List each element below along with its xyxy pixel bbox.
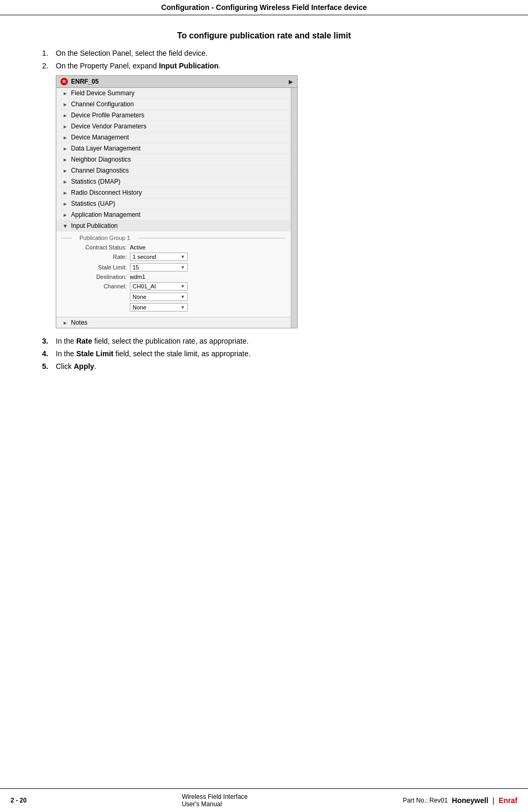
device-icon: R xyxy=(60,78,68,85)
pub-group-line-right xyxy=(138,238,286,238)
footer-brand-info: Part No.: Rev01 Honeywell | Enraf xyxy=(403,796,517,805)
tree-item-label: Neighbor Diagnostics xyxy=(71,156,131,163)
panel-content: ► Field Device Summary ► Channel Configu… xyxy=(56,88,291,328)
tree-item-channel-config[interactable]: ► Channel Configuration xyxy=(56,99,291,110)
tree-arrow-icon: ► xyxy=(63,146,68,152)
property-panel: R ENRF_05 ▶ ► Field Device Summary ► Cha… xyxy=(56,75,298,328)
destination-label: Destination: xyxy=(62,274,130,280)
destination-value: wdm1 xyxy=(130,274,145,280)
enraf-brand: Enraf xyxy=(499,796,517,805)
footer-brand-separator: | xyxy=(493,796,495,805)
step-2-num: 2. xyxy=(42,62,53,70)
tree-arrow-icon: ► xyxy=(63,135,68,141)
step-4-num: 4. xyxy=(42,349,53,358)
tree-item-radio-disconnect[interactable]: ► Radio Disconnect History xyxy=(56,187,291,198)
stale-limit-value: 15 xyxy=(133,264,139,270)
tree-arrow-icon: ► xyxy=(63,168,68,174)
tree-arrow-icon: ► xyxy=(63,113,68,118)
tree-item-label: Device Vendor Parameters xyxy=(71,123,146,130)
tree-arrow-down-icon: ▼ xyxy=(63,223,68,229)
tree-item-label: Statistics (DMAP) xyxy=(71,178,120,185)
channel2-arrow: ▼ xyxy=(180,294,185,299)
destination-row: Destination: wdm1 xyxy=(62,274,286,280)
panel-scrollbar[interactable] xyxy=(291,88,297,328)
tree-item-label: Channel Diagnostics xyxy=(71,167,129,174)
panel-expand-arrow[interactable]: ▶ xyxy=(289,78,293,85)
step-1-num: 1. xyxy=(42,49,53,57)
main-content: To configure publication rate and stale … xyxy=(0,15,528,417)
channel-value: CH01_AI xyxy=(133,283,156,289)
channel-arrow: ▼ xyxy=(180,284,185,289)
panel-header-left: R ENRF_05 xyxy=(60,78,99,85)
rate-row: Rate: 1 second ▼ xyxy=(62,253,286,261)
footer-doc-info: Wireless Field Interface User's Manual xyxy=(182,793,248,808)
channel3-value: None xyxy=(133,304,146,310)
tree-arrow-icon: ► xyxy=(63,157,68,163)
tree-item-device-management[interactable]: ► Device Management xyxy=(56,132,291,143)
notes-row[interactable]: ► Notes xyxy=(56,317,291,328)
panel-device-name: ENRF_05 xyxy=(71,78,99,85)
tree-item-device-vendor[interactable]: ► Device Vendor Parameters xyxy=(56,121,291,132)
contract-status-label: Contract Status: xyxy=(62,244,130,250)
tree-item-neighbor-diagnostics[interactable]: ► Neighbor Diagnostics xyxy=(56,154,291,165)
tree-item-label: Field Device Summary xyxy=(71,89,135,97)
channel-label: Channel: xyxy=(62,283,130,289)
step-5: 5. Click Apply. xyxy=(42,362,486,370)
header-title: Configuration - Configuring Wireless Fie… xyxy=(161,3,367,12)
step-2: 2. On the Property Panel, expand Input P… xyxy=(42,62,486,70)
contract-status-value: Active xyxy=(130,244,146,250)
tree-item-channel-diagnostics[interactable]: ► Channel Diagnostics xyxy=(56,165,291,176)
section-title: To configure publication rate and stale … xyxy=(42,31,486,41)
step-3-text: In the Rate field, select the publicatio… xyxy=(56,337,249,345)
rate-select[interactable]: 1 second ▼ xyxy=(130,253,188,261)
tree-arrow-icon: ► xyxy=(63,190,68,196)
pub-group-header: Publication Group 1 xyxy=(62,235,286,241)
stale-limit-label: Stale Limit: xyxy=(62,264,130,270)
step-5-text: Click Apply. xyxy=(56,362,96,370)
notes-arrow-icon: ► xyxy=(63,320,68,326)
rate-label: Rate: xyxy=(62,254,130,260)
channel-row: Channel: CH01_AI ▼ xyxy=(62,282,286,290)
tree-item-device-profile[interactable]: ► Device Profile Parameters xyxy=(56,110,291,121)
tree-item-label: Device Profile Parameters xyxy=(71,112,144,119)
page-header: Configuration - Configuring Wireless Fie… xyxy=(0,0,528,15)
channel-select[interactable]: CH01_AI ▼ xyxy=(130,282,188,290)
stale-limit-select[interactable]: 15 ▼ xyxy=(130,263,188,272)
stale-limit-arrow: ▼ xyxy=(180,265,185,270)
step-4: 4. In the Stale Limit field, select the … xyxy=(42,349,486,358)
tree-item-application-management[interactable]: ► Application Management xyxy=(56,209,291,220)
step-2-text: On the Property Panel, expand Input Publ… xyxy=(56,62,221,70)
tree-item-data-layer[interactable]: ► Data Layer Management xyxy=(56,143,291,154)
footer-part-no: Part No.: Rev01 xyxy=(403,797,448,804)
step-1-text: On the Selection Panel, select the field… xyxy=(56,49,208,57)
tree-item-label: Radio Disconnect History xyxy=(71,189,142,196)
channel3-select[interactable]: None ▼ xyxy=(130,303,188,312)
tree-arrow-icon: ► xyxy=(63,179,68,185)
footer-page-number: 2 - 20 xyxy=(11,797,27,804)
channel2-row: None ▼ xyxy=(62,293,286,301)
tree-arrow-icon: ► xyxy=(63,201,68,207)
tree-item-label: Data Layer Management xyxy=(71,145,140,152)
step-3-num: 3. xyxy=(42,337,53,345)
tree-arrow-icon: ► xyxy=(63,91,68,96)
tree-item-input-publication[interactable]: ▼ Input Publication xyxy=(56,220,291,232)
step-4-text: In the Stale Limit field, select the sta… xyxy=(56,349,250,358)
channel3-row: None ▼ xyxy=(62,303,286,312)
tree-arrow-icon: ► xyxy=(63,124,68,129)
pub-group-title: Publication Group 1 xyxy=(76,235,134,241)
tree-item-statistics-dmap[interactable]: ► Statistics (DMAP) xyxy=(56,176,291,187)
tree-item-field-device-summary[interactable]: ► Field Device Summary xyxy=(56,88,291,99)
tree-item-label: Application Management xyxy=(71,211,140,218)
contract-status-row: Contract Status: Active xyxy=(62,244,286,250)
rate-select-value: 1 second xyxy=(133,254,156,260)
footer-manual-subtitle: User's Manual xyxy=(182,800,248,808)
channel2-select[interactable]: None ▼ xyxy=(130,293,188,301)
tree-item-label: Input Publication xyxy=(71,222,118,229)
channel3-arrow: ▼ xyxy=(180,305,185,310)
tree-item-statistics-uap[interactable]: ► Statistics (UAP) xyxy=(56,198,291,209)
panel-body: ► Field Device Summary ► Channel Configu… xyxy=(56,88,297,328)
tree-item-label: Device Management xyxy=(71,134,129,141)
honeywell-brand: Honeywell xyxy=(452,796,488,805)
rate-select-arrow: ▼ xyxy=(180,254,185,259)
panel-header: R ENRF_05 ▶ xyxy=(56,76,297,88)
